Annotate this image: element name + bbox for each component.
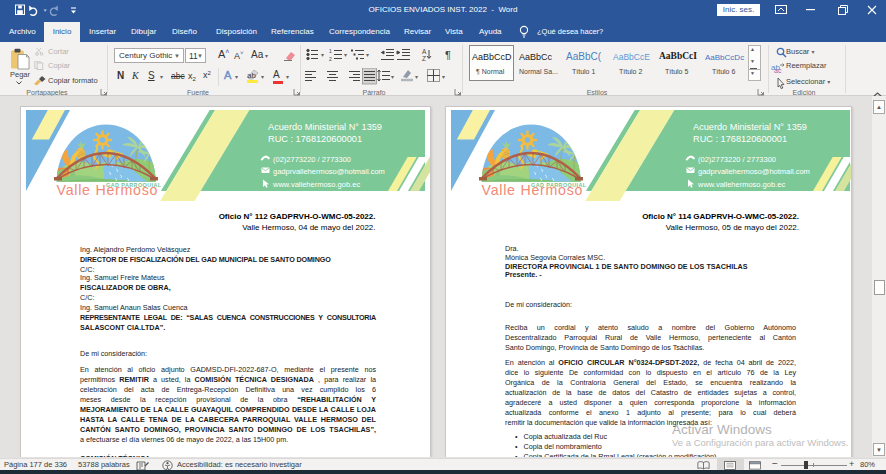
svg-text:▾: ▾ [442, 74, 445, 80]
svg-text:ac: ac [774, 67, 782, 73]
svg-text:Z: Z [422, 55, 426, 61]
svg-text:▾: ▾ [344, 52, 347, 58]
svg-text:ab: ab [247, 71, 256, 80]
svg-text:¶: ¶ [445, 49, 451, 61]
svg-text:▾: ▾ [366, 52, 369, 58]
svg-text:2: 2 [329, 56, 332, 62]
svg-text:▾: ▾ [321, 52, 324, 58]
svg-text:▾: ▾ [415, 74, 418, 80]
svg-text:1: 1 [329, 48, 332, 54]
svg-text:▾: ▾ [391, 74, 394, 80]
svg-text:A: A [422, 48, 427, 55]
